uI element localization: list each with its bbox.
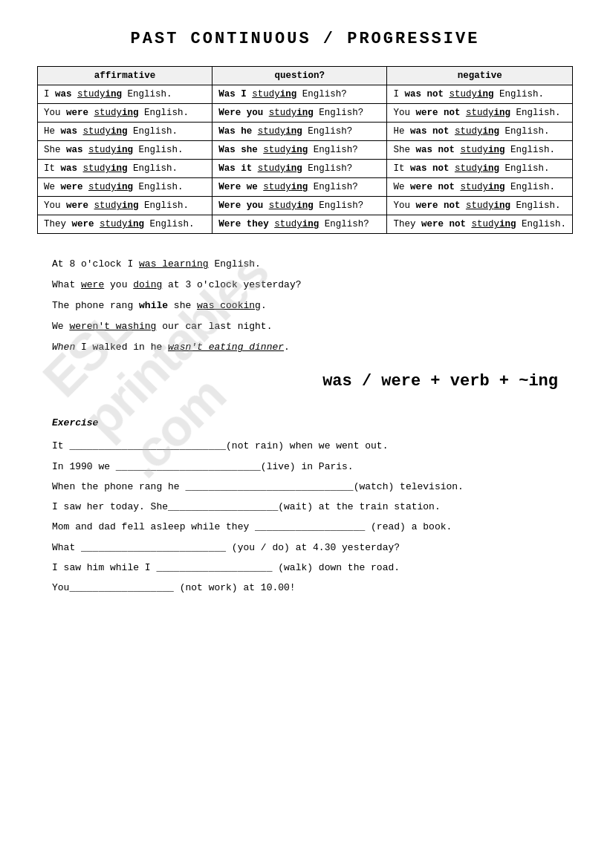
table-row: You were studying English. — [38, 197, 212, 215]
table-row: You were not studying English. — [387, 197, 573, 215]
header-question: question? — [212, 67, 387, 85]
example-2: What were you doing at 3 o'clock yesterd… — [52, 275, 558, 295]
exercise-sentence: I saw him while I ____________________ (… — [52, 558, 558, 578]
table-row: Were you studying English? — [212, 197, 387, 215]
table-row: Were they studying English? — [212, 215, 387, 234]
exercise-sentence: It ___________________________(not rain)… — [52, 436, 558, 456]
exercise-title: Exercise — [52, 413, 558, 433]
exercise-section: Exercise It ___________________________(… — [52, 413, 558, 598]
table-row: It was not studying English. — [387, 160, 573, 178]
formula-text: was / were + verb + ~ing — [322, 372, 558, 391]
exercise-sentence: I saw her today. She___________________(… — [52, 497, 558, 517]
table-row: He was studying English. — [38, 123, 212, 141]
table-row: They were studying English. — [38, 215, 212, 234]
table-row: Was I studying English? — [212, 85, 387, 104]
exercise-sentence: When the phone rang he _________________… — [52, 477, 558, 497]
table-row: We were studying English. — [38, 178, 212, 197]
example-4: We weren't washing our car last night. — [52, 317, 558, 336]
header-affirmative: affirmative — [38, 67, 212, 85]
table-row: It was studying English. — [38, 160, 212, 178]
table-row: I was studying English. — [38, 85, 212, 104]
example-3: The phone rang while she was cooking. — [52, 296, 558, 316]
table-row: We were not studying English. — [387, 178, 573, 197]
table-row: You were studying English. — [38, 104, 212, 123]
table-row: Was it studying English? — [212, 160, 387, 178]
exercise-sentence: Mom and dad fell asleep while they _____… — [52, 517, 558, 537]
table-row: He was not studying English. — [387, 123, 573, 141]
table-row: She was not studying English. — [387, 141, 573, 160]
table-row: Was he studying English? — [212, 123, 387, 141]
header-negative: negative — [387, 67, 573, 85]
table-row: Were we studying English? — [212, 178, 387, 197]
formula-section: was / were + verb + ~ing — [37, 372, 558, 391]
example-5: When I walked in he wasn't eating dinner… — [52, 338, 558, 357]
example-1: At 8 o'clock I was learning English. — [52, 255, 558, 274]
grammar-table: affirmative question? negative I was stu… — [37, 66, 573, 234]
examples-section: At 8 o'clock I was learning English. Wha… — [52, 255, 558, 357]
exercise-sentence: In 1990 we _________________________(liv… — [52, 457, 558, 477]
table-row: You were not studying English. — [387, 104, 573, 123]
table-row: I was not studying English. — [387, 85, 573, 104]
exercise-sentence: You__________________ (not work) at 10.0… — [52, 578, 558, 598]
table-row: They were not studying English. — [387, 215, 573, 234]
table-row: She was studying English. — [38, 141, 212, 160]
exercise-sentence: What _________________________ (you / do… — [52, 538, 558, 558]
table-row: Was she studying English? — [212, 141, 387, 160]
table-row: Were you studying English? — [212, 104, 387, 123]
page-title: PAST CONTINUOUS / PROGRESSIVE — [37, 30, 573, 48]
